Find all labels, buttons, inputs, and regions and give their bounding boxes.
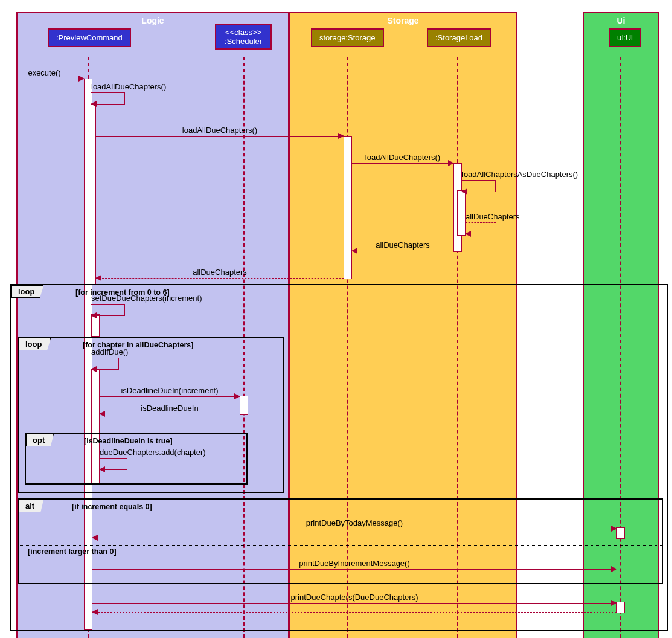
- msg-is-deadline-label: isDeadlineDueIn(increment): [121, 386, 218, 395]
- frame-loop-outer-op: loop: [11, 285, 43, 298]
- activation-load-sub: [457, 190, 466, 236]
- msg-print-increment-label: printDueByIncrementMessage(): [299, 559, 410, 568]
- msg-preview-to-storage-label: loadAllDueChapters(): [182, 126, 257, 135]
- msg-execute-label: execute(): [28, 68, 60, 77]
- activation-storage: [344, 136, 352, 279]
- msg-due-add: dueDueChapters.add(chapter): [100, 458, 127, 470]
- frame-opt-op: opt: [26, 434, 54, 446]
- frame-loop-inner-op: loop: [19, 338, 51, 350]
- msg-add-if-due-label: addIfDue(): [91, 347, 128, 356]
- msg-load-to-storage-label: allDueChapters: [376, 240, 430, 250]
- participant-storage-load: :StorageLoad: [427, 28, 491, 47]
- msg-set-due-label: setDueDueChapters(increment): [91, 294, 202, 303]
- frame-alt-guard2: [increment larger than 0]: [28, 547, 117, 556]
- msg-all-due-ret-self: allDueChapters: [466, 222, 496, 234]
- participant-scheduler-stereo: <<class>>: [225, 28, 261, 37]
- msg-all-due-ret-self-label: allDueChapters: [466, 212, 520, 221]
- region-logic-title: Logic: [141, 16, 164, 25]
- frame-opt-guard: [isDeadlineDueIn is true]: [84, 437, 173, 445]
- msg-is-deadline-ret-label: isDeadlineDueIn: [141, 404, 198, 413]
- participant-ui: ui:Ui: [609, 28, 641, 47]
- frame-opt: opt [isDeadlineDueIn is true]: [25, 433, 248, 485]
- frame-alt-op: alt: [19, 500, 43, 512]
- msg-due-add-label: dueDueChapters.add(chapter): [100, 448, 206, 457]
- activation-preview-sub1: [88, 103, 96, 285]
- msg-load-sub-self: loadAllChaptersAsDueChapters(): [462, 180, 496, 192]
- frame-alt-guard1: [if increment equals 0]: [72, 503, 152, 511]
- region-storage-title: Storage: [387, 16, 418, 25]
- frame-alt: alt [if increment equals 0] [increment l…: [18, 498, 663, 584]
- msg-print-chapters-label: printDueChapters(DueDueChapters): [291, 593, 418, 602]
- msg-print-today-label: printDueByTodayMessage(): [306, 518, 403, 527]
- participant-preview-command: :PreviewCommand: [48, 28, 131, 47]
- msg-load-sub-self-label: loadAllChaptersAsDueChapters(): [462, 170, 578, 179]
- msg-storage-to-load-label: loadAllDueChapters(): [365, 153, 440, 162]
- participant-storage: storage:Storage: [311, 28, 384, 47]
- msg-set-due: setDueDueChapters(increment): [91, 304, 125, 316]
- msg-storage-to-preview-label: allDueChapters: [193, 268, 247, 277]
- participant-scheduler: <<class>> :Scheduler: [215, 24, 272, 50]
- participant-scheduler-name: :Scheduler: [225, 37, 262, 46]
- msg-load-self-label: loadAllDueChapters(): [91, 82, 166, 91]
- msg-add-if-due: addIfDue(): [91, 358, 119, 370]
- msg-load-self: loadAllDueChapters(): [91, 92, 125, 105]
- frame-alt-sep: [19, 545, 662, 546]
- region-ui-title: Ui: [617, 16, 626, 25]
